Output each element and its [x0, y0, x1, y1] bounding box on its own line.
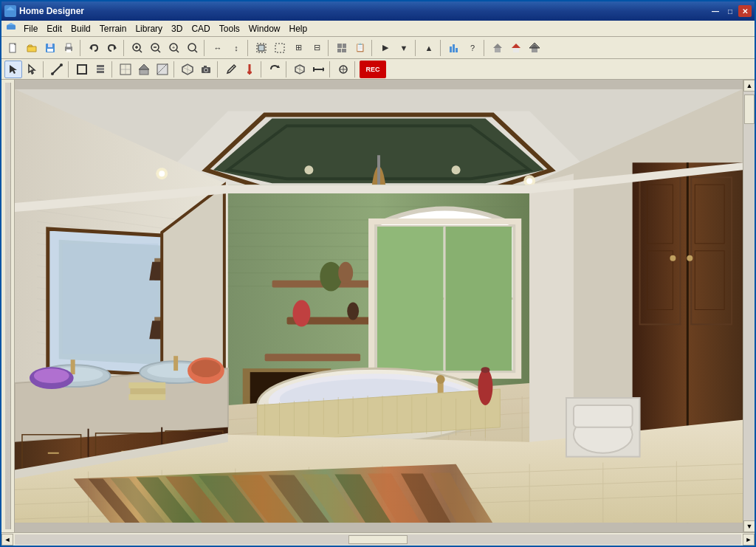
menu-window[interactable]: Window [244, 22, 285, 35]
svg-point-190 [481, 367, 489, 373]
brush-tool[interactable] [241, 61, 258, 78]
help-button[interactable]: ? [464, 39, 481, 57]
scroll-down-button[interactable]: ▼ [743, 520, 755, 532]
scroll-right-button[interactable]: ► [743, 534, 755, 546]
house3-button[interactable] [526, 39, 543, 57]
maximize-button[interactable]: □ [724, 5, 737, 17]
window-title: Home Designer [19, 6, 709, 16]
minimize-button[interactable]: — [709, 5, 722, 17]
svg-line-23 [176, 50, 179, 52]
svg-rect-0 [6, 10, 15, 16]
svg-point-130 [338, 262, 353, 284]
dropdown-button[interactable]: ▼ [395, 39, 413, 57]
left-panel [1, 80, 15, 532]
menu-cad[interactable]: CAD [187, 22, 214, 35]
select2-button[interactable] [271, 39, 289, 57]
house2-button[interactable] [507, 39, 525, 57]
zoom-out-button[interactable] [147, 39, 165, 57]
record-button[interactable]: REC [360, 61, 386, 78]
arrow-tool[interactable] [309, 61, 327, 78]
line-tool[interactable] [48, 61, 66, 78]
svg-rect-63 [204, 66, 207, 68]
scroll-thumb-v[interactable] [744, 94, 755, 124]
scroll-track-h[interactable] [15, 534, 741, 545]
svg-rect-50 [97, 65, 104, 67]
svg-marker-74 [323, 67, 324, 72]
svg-point-62 [205, 69, 207, 71]
sep-t2-2 [68, 61, 71, 78]
wall-tool[interactable] [92, 61, 109, 78]
svg-rect-52 [97, 71, 104, 73]
menu-3d[interactable]: 3D [167, 22, 187, 35]
svg-marker-39 [512, 44, 520, 48]
open-button[interactable] [23, 39, 41, 57]
room-tool[interactable] [73, 61, 91, 78]
svg-point-132 [347, 303, 359, 320]
menu-terrain[interactable]: Terrain [95, 22, 131, 35]
clipboard-button[interactable]: 📋 [351, 39, 369, 57]
camera-tool[interactable] [197, 61, 215, 78]
pan-v-button[interactable]: ↕ [227, 39, 245, 57]
cross-button[interactable]: ⊞ [289, 39, 307, 57]
menu-library[interactable]: Library [131, 22, 167, 35]
zoom-in-button[interactable] [128, 39, 146, 57]
svg-marker-45 [29, 65, 35, 74]
measure-tool[interactable] [291, 61, 309, 78]
redo-button[interactable] [103, 39, 121, 57]
svg-line-46 [52, 65, 61, 74]
window-controls: — □ ✕ [709, 5, 752, 17]
toolbar-secondary: REC [1, 59, 755, 80]
play-button[interactable]: ▶ [377, 39, 394, 57]
new-button[interactable] [4, 39, 22, 57]
canvas-viewport[interactable]: ✦ [15, 80, 743, 532]
zoom-extent-button[interactable]: + [165, 39, 183, 57]
menu-file[interactable]: File [19, 22, 42, 35]
svg-marker-55 [139, 64, 149, 69]
zoom-realtime-button[interactable] [184, 39, 202, 57]
main-content-area: ✦ [1, 80, 755, 532]
cursor-tool[interactable] [23, 61, 41, 78]
menu-tools[interactable]: Tools [215, 22, 244, 35]
stair-tool[interactable] [154, 61, 171, 78]
house1-button[interactable] [489, 39, 506, 57]
close-button[interactable]: ✕ [738, 5, 752, 17]
save-button[interactable] [41, 39, 59, 57]
scroll-left-button[interactable]: ◄ [1, 534, 13, 546]
sep-t2-3 [111, 61, 114, 78]
pencil-tool[interactable] [222, 61, 240, 78]
sep-t2-4 [173, 61, 176, 78]
arrow-up-button[interactable]: ▲ [420, 39, 438, 57]
sep-t2-5 [217, 61, 220, 78]
scroll-up-button[interactable]: ▲ [743, 80, 755, 92]
layout-button[interactable] [333, 39, 351, 57]
select-tool[interactable] [4, 61, 22, 78]
transform-tool[interactable] [334, 61, 352, 78]
floor-tool[interactable] [117, 61, 134, 78]
menu-build[interactable]: Build [66, 22, 95, 35]
menu-help[interactable]: Help [284, 22, 312, 35]
system-menu-icon[interactable] [3, 21, 19, 36]
sep9 [484, 40, 487, 56]
roof-tool[interactable] [135, 61, 153, 78]
svg-rect-30 [337, 44, 342, 48]
title-bar: Home Designer — □ ✕ [1, 1, 755, 21]
svg-point-258 [526, 178, 532, 184]
sep2 [123, 40, 126, 56]
vertical-scrollbar[interactable]: ▲ ▼ [743, 80, 755, 532]
svg-point-220 [191, 359, 221, 377]
rotate-tool[interactable] [266, 61, 284, 78]
view-3d-tool[interactable] [179, 61, 196, 78]
select-button[interactable] [252, 39, 270, 57]
menu-edit[interactable]: Edit [42, 22, 66, 35]
add-button[interactable]: ⊟ [308, 39, 326, 57]
scroll-track-v[interactable] [743, 92, 755, 520]
svg-line-16 [140, 50, 142, 52]
svg-rect-40 [513, 48, 519, 52]
print-button[interactable] [60, 39, 78, 57]
svg-rect-225 [128, 382, 165, 388]
pan-h-button[interactable]: ↔ [209, 39, 227, 57]
sep4 [247, 40, 250, 56]
chart-button[interactable] [445, 39, 463, 57]
scroll-thumb-h[interactable] [348, 535, 408, 544]
undo-button[interactable] [85, 39, 103, 57]
